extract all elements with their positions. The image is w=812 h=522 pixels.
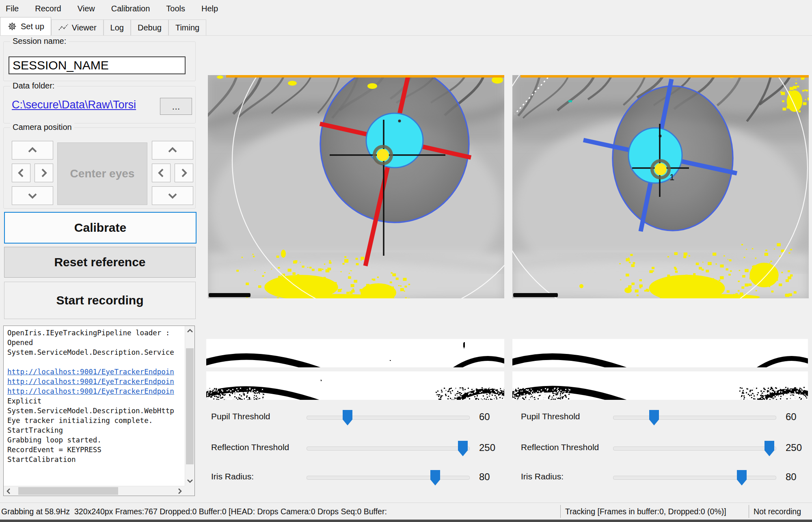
chevron-right-icon xyxy=(180,167,188,179)
menu-item-record[interactable]: Record xyxy=(27,0,69,17)
start-recording-button[interactable]: Start recording xyxy=(4,282,196,319)
tab-label: Set up xyxy=(21,22,44,31)
menu-item-view[interactable]: View xyxy=(69,0,103,17)
menu-item-file[interactable]: File xyxy=(0,0,27,17)
slider-track-left-0[interactable] xyxy=(307,416,470,420)
scroll-up-icon[interactable] xyxy=(185,326,195,336)
calibrate-button[interactable]: Calibrate xyxy=(4,212,197,244)
log-output[interactable]: OpenIris.IEyeTrackingPipeline loader :Op… xyxy=(3,326,195,496)
right-eye-camera-image: 1 xyxy=(512,75,809,298)
slider-thumb-right-0[interactable] xyxy=(649,410,659,425)
slider-label-right-2: Iris Radius: xyxy=(521,472,564,481)
log-line xyxy=(7,357,185,367)
right-iris-texture-strip-2 xyxy=(512,371,808,400)
tab-label: Timing xyxy=(175,23,199,32)
log-text: OpenIris.IEyeTrackingPipeline loader :Op… xyxy=(4,326,185,486)
slider-thumb-right-1[interactable] xyxy=(764,441,774,456)
slider-track-left-2[interactable] xyxy=(307,476,470,480)
log-line: Eye tracker initializing complete. xyxy=(7,416,185,425)
slider-value-left-1: 250 xyxy=(479,442,495,453)
slider-value-right-2: 80 xyxy=(786,471,797,483)
session-groupbox: Session name: xyxy=(3,41,196,81)
openiris-window: FileRecordViewCalibrationToolsHelp Set u… xyxy=(0,0,812,522)
slider-track-left-1[interactable] xyxy=(307,447,470,451)
right-camera-up-button[interactable] xyxy=(152,141,193,160)
log-line: Grabbing loop started. xyxy=(7,435,185,445)
gear-icon xyxy=(7,22,17,31)
right-camera-left-button[interactable] xyxy=(152,164,171,182)
left-camera-down-button[interactable] xyxy=(12,186,53,205)
left-camera-up-button[interactable] xyxy=(12,141,53,160)
tab-timing[interactable]: Timing xyxy=(168,19,206,35)
log-line: Explicit xyxy=(7,396,185,406)
camera-position-label: Camera position xyxy=(10,123,74,132)
reset-reference-button[interactable]: Reset reference xyxy=(4,247,196,278)
slider-thumb-left-2[interactable] xyxy=(430,470,440,485)
log-line: System.ServiceModel.Description.Service xyxy=(7,347,185,357)
tab-bar: Set upViewerLogDebugTiming xyxy=(0,17,812,36)
tab-log[interactable]: Log xyxy=(104,19,131,35)
menu-item-help[interactable]: Help xyxy=(193,0,226,17)
slider-value-right-0: 60 xyxy=(786,411,797,423)
session-name-input[interactable] xyxy=(9,56,186,74)
scroll-right-icon[interactable] xyxy=(175,486,185,496)
log-link[interactable]: http://localhost:9001/EyeTrackerEndpoin xyxy=(7,386,185,396)
scroll-left-icon[interactable] xyxy=(4,486,13,496)
log-line: RecordEvent = KEYPRESS xyxy=(7,445,185,455)
slider-label-left-0: Pupil Threshold xyxy=(211,412,270,421)
status-divider xyxy=(560,505,561,518)
horizontal-scroll-thumb[interactable] xyxy=(18,487,118,495)
center-eyes-button[interactable]: Center eyes xyxy=(57,142,147,205)
left-camera-left-button[interactable] xyxy=(12,164,30,182)
log-link[interactable]: http://localhost:9001/EyeTrackerEndpoin xyxy=(7,367,185,377)
log-horizontal-scrollbar[interactable] xyxy=(4,486,185,496)
tab-label: Debug xyxy=(138,23,162,32)
chevron-right-icon xyxy=(40,167,48,179)
left-camera-right-button[interactable] xyxy=(35,164,53,182)
slider-thumb-left-0[interactable] xyxy=(343,410,352,425)
tab-label: Viewer xyxy=(72,23,97,32)
scroll-corner xyxy=(185,486,194,496)
bottom-edge xyxy=(0,520,812,522)
tab-viewer[interactable]: Viewer xyxy=(51,19,104,35)
left-eye-camera-image xyxy=(208,75,504,298)
log-line: Opened xyxy=(7,338,185,347)
slider-track-right-2[interactable] xyxy=(613,476,776,480)
chevron-up-icon xyxy=(167,146,178,154)
status-bar: Grabbing at 58.9Hz 320x240px Frames:767 … xyxy=(0,503,812,520)
log-line: System.ServiceModel.Description.WebHttp xyxy=(7,406,185,416)
data-folder-link[interactable]: C:\secure\Data\Raw\Torsi xyxy=(12,99,136,111)
chevron-down-icon xyxy=(167,192,178,200)
tab-set-up[interactable]: Set up xyxy=(0,17,51,35)
log-line: OpenIris.IEyeTrackingPipeline loader : xyxy=(7,328,185,338)
chevron-left-icon xyxy=(157,167,165,179)
log-vertical-scrollbar[interactable] xyxy=(185,326,194,486)
slider-thumb-right-2[interactable] xyxy=(737,470,747,485)
browse-button[interactable]: ... xyxy=(160,98,192,115)
right-iris-texture-strip-1 xyxy=(512,339,808,367)
slider-value-right-1: 250 xyxy=(786,442,802,453)
slider-track-right-1[interactable] xyxy=(613,447,776,451)
right-camera-down-button[interactable] xyxy=(152,186,193,205)
menu-item-calibration[interactable]: Calibration xyxy=(103,0,158,17)
chevron-down-icon xyxy=(27,192,38,200)
slider-thumb-left-1[interactable] xyxy=(458,441,468,456)
slider-label-right-1: Reflection Threshold xyxy=(521,442,599,452)
chevron-up-icon xyxy=(27,146,38,154)
status-divider xyxy=(749,505,749,518)
log-link[interactable]: http://localhost:9001/EyeTrackerEndpoin xyxy=(7,377,185,386)
slider-value-left-0: 60 xyxy=(479,411,490,423)
slider-label-right-0: Pupil Threshold xyxy=(521,412,580,421)
right-camera-right-button[interactable] xyxy=(175,164,193,182)
slider-track-right-0[interactable] xyxy=(613,416,776,420)
vertical-scroll-thumb[interactable] xyxy=(186,348,194,464)
tab-debug[interactable]: Debug xyxy=(131,19,168,35)
camera-position-groupbox: Camera position Center eyes xyxy=(3,127,196,209)
left-iris-texture-strip-2 xyxy=(206,371,504,400)
slider-label-left-2: Iris Radius: xyxy=(211,472,254,481)
status-tracking: Tracking [Frames in buffer:0, Dropped:0 … xyxy=(565,503,726,520)
scroll-down-icon[interactable] xyxy=(185,476,195,486)
svg-text:1: 1 xyxy=(669,172,674,182)
menu-item-tools[interactable]: Tools xyxy=(158,0,193,17)
slider-value-left-2: 80 xyxy=(479,471,490,483)
